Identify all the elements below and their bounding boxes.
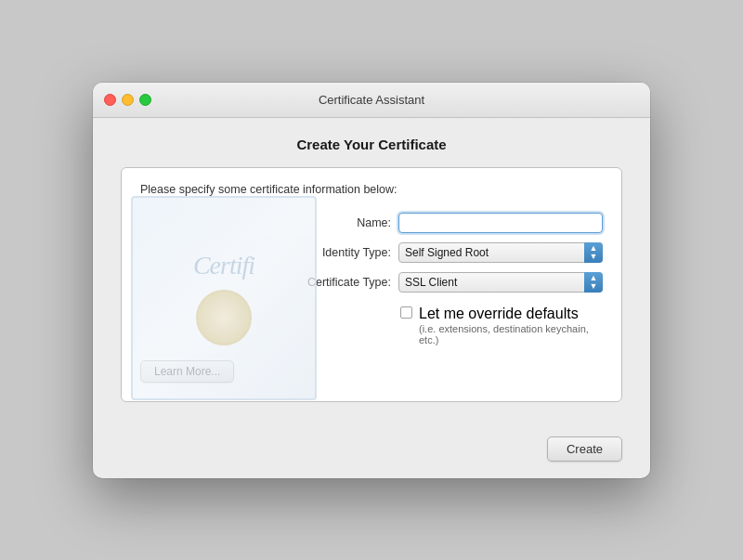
override-defaults-text: Let me override defaults (i.e. extension… bbox=[419, 306, 603, 345]
identity-type-row: Identity Type: Self Signed Root Intermed… bbox=[289, 242, 603, 263]
override-defaults-sublabel: (i.e. extensions, destination keychain, … bbox=[419, 323, 603, 345]
content-panel: Please specify some certificate informat… bbox=[121, 167, 622, 402]
window-title: Certificate Assistant bbox=[319, 93, 424, 107]
certificate-watermark: Certifi bbox=[131, 196, 317, 400]
title-bar: Certificate Assistant bbox=[93, 83, 650, 118]
window-footer: Create bbox=[93, 425, 650, 478]
certificate-assistant-window: Certificate Assistant Create Your Certif… bbox=[93, 83, 650, 478]
identity-type-select[interactable]: Self Signed Root Intermediate CA Root CA bbox=[398, 242, 603, 263]
maximize-button[interactable] bbox=[139, 94, 151, 106]
override-defaults-label: Let me override defaults bbox=[419, 306, 579, 321]
form-area: Name: Identity Type: Self Signed Root In… bbox=[289, 213, 603, 345]
panel-description: Please specify some certificate informat… bbox=[140, 183, 603, 196]
page-title: Create Your Certificate bbox=[121, 137, 622, 152]
traffic-lights bbox=[104, 94, 151, 106]
watermark-seal bbox=[196, 290, 252, 345]
certificate-type-select-wrapper: SSL Client SSL Server Code Signing S/MIM… bbox=[398, 272, 603, 293]
name-row: Name: bbox=[289, 213, 603, 233]
override-defaults-row: Let me override defaults (i.e. extension… bbox=[400, 306, 603, 345]
name-input[interactable] bbox=[398, 213, 603, 233]
certificate-type-row: Certificate Type: SSL Client SSL Server … bbox=[289, 272, 603, 293]
certificate-type-select[interactable]: SSL Client SSL Server Code Signing S/MIM… bbox=[398, 272, 603, 293]
window-body: Create Your Certificate Please specify s… bbox=[93, 118, 650, 425]
close-button[interactable] bbox=[104, 94, 116, 106]
watermark-text: Certifi bbox=[193, 251, 254, 280]
create-button[interactable]: Create bbox=[547, 436, 622, 462]
minimize-button[interactable] bbox=[122, 94, 134, 106]
identity-type-select-wrapper: Self Signed Root Intermediate CA Root CA… bbox=[398, 242, 603, 263]
override-defaults-checkbox[interactable] bbox=[400, 306, 412, 319]
